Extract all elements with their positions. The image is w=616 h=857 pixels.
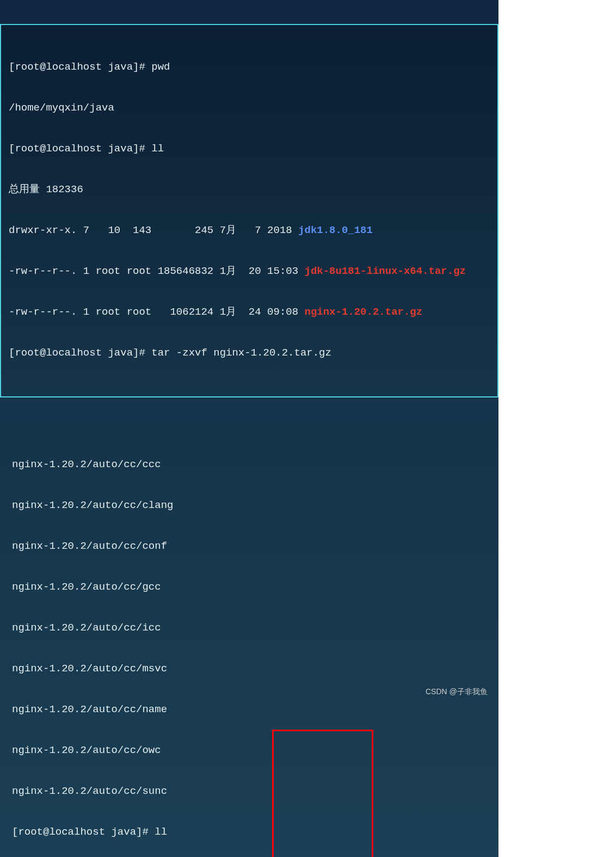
prompt-line: [root@localhost java]# tar -zxvf nginx-1…: [9, 345, 490, 362]
output-line: /home/myqxin/java: [9, 100, 490, 117]
output-line: nginx-1.20.2/auto/cc/sunc: [12, 783, 491, 800]
terminal-block-1: [root@localhost java]# pwd /home/myqxin/…: [0, 24, 498, 397]
terminal[interactable]: [root@localhost java]# pwd /home/myqxin/…: [0, 0, 498, 857]
output-line: nginx-1.20.2/auto/cc/owc: [12, 742, 491, 759]
prompt-line: [root@localhost java]# ll: [9, 140, 490, 157]
output-line: nginx-1.20.2/auto/cc/gcc: [12, 579, 491, 596]
ls-row: -rw-r--r--. 1 root root 185646832 1月 20 …: [9, 263, 490, 280]
watermark: CSDN @子非我鱼: [426, 687, 488, 697]
ls-row: -rw-r--r--. 1 root root 1062124 1月 24 09…: [9, 304, 490, 321]
output-line: nginx-1.20.2/auto/cc/conf: [12, 538, 491, 555]
output-line: nginx-1.20.2/auto/cc/name: [12, 701, 491, 718]
output-line: nginx-1.20.2/auto/cc/icc: [12, 620, 491, 636]
archive-name: jdk-8u181-linux-x64.tar.gz: [305, 265, 466, 277]
prompt-line: [root@localhost java]# ll: [12, 824, 491, 841]
prompt-line: [root@localhost java]# pwd: [9, 59, 490, 76]
ls-row: drwxr-xr-x. 7 10 143 245 7月 7 2018 jdk1.…: [9, 222, 490, 239]
dir-name: jdk1.8.0_181: [298, 224, 373, 236]
output-line: 总用量 182336: [9, 181, 490, 198]
output-line: nginx-1.20.2/auto/cc/msvc: [12, 660, 491, 677]
archive-name: nginx-1.20.2.tar.gz: [305, 306, 423, 318]
output-line: nginx-1.20.2/auto/cc/ccc: [12, 456, 491, 473]
terminal-block-2: nginx-1.20.2/auto/cc/ccc nginx-1.20.2/au…: [0, 421, 498, 857]
output-line: nginx-1.20.2/auto/cc/clang: [12, 497, 491, 514]
